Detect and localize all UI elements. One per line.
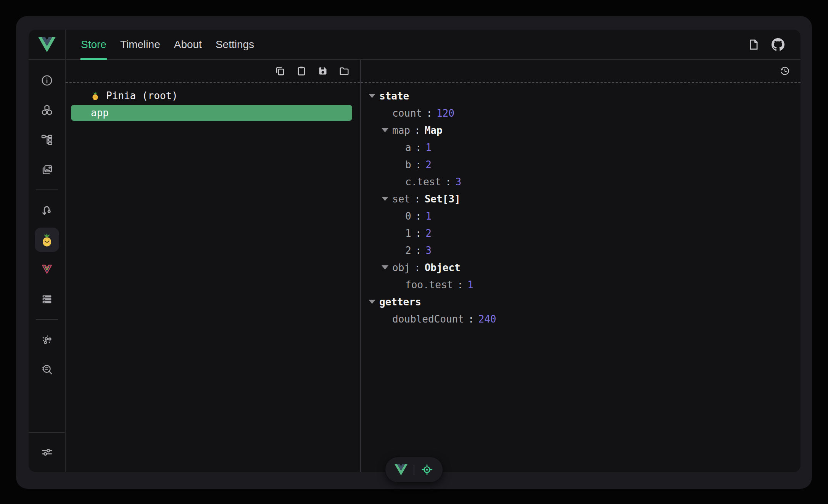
key-value-separator: : — [457, 279, 463, 291]
paste-button[interactable] — [296, 65, 307, 77]
state-key: a — [405, 142, 411, 153]
state-key: count — [392, 108, 422, 119]
tab-about[interactable]: About — [167, 30, 209, 59]
store-root-node[interactable]: Pinia (root) — [66, 87, 360, 104]
info-icon — [40, 74, 53, 87]
key-value-separator: : — [416, 210, 422, 222]
sidebar-divider — [36, 319, 58, 320]
state-value: 1 — [425, 210, 432, 222]
state-tree-row[interactable]: foo.test:1 — [361, 276, 801, 293]
tab-label: Store — [81, 39, 106, 51]
vue-plugin-icon — [40, 263, 53, 276]
sidebar-item-components[interactable] — [35, 98, 59, 122]
state-tree: statecount:120map:Mapa:1b:2c.test:3set:S… — [361, 83, 801, 327]
sidebar-bottom-section — [29, 432, 65, 472]
state-tree-row[interactable]: c.test:3 — [361, 173, 801, 190]
state-tree-row[interactable]: doubledCount:240 — [361, 310, 801, 327]
state-key: 2 — [405, 245, 411, 256]
header: StoreTimelineAboutSettings — [66, 30, 801, 60]
save-button[interactable] — [317, 65, 329, 77]
graph-icon — [40, 333, 53, 346]
state-key: state — [379, 90, 409, 102]
state-tree-row[interactable]: 2:3 — [361, 242, 801, 259]
devtools-window: StoreTimelineAboutSettings Pinia (root)a… — [29, 30, 801, 472]
tab-label: Settings — [216, 39, 254, 51]
state-tree-row[interactable]: set:Set[3] — [361, 190, 801, 207]
store-list-panel: Pinia (root)app — [66, 60, 361, 472]
tab-store[interactable]: Store — [74, 30, 113, 59]
state-tree-row[interactable]: state — [361, 87, 801, 104]
state-value: 2 — [425, 228, 432, 239]
components-icon — [40, 104, 53, 117]
sidebar-item-router[interactable] — [35, 198, 59, 222]
state-value: 2 — [425, 159, 432, 170]
store-item[interactable]: app — [71, 105, 352, 121]
tab-timeline[interactable]: Timeline — [113, 30, 167, 59]
state-key: b — [405, 159, 411, 170]
key-value-separator: : — [416, 228, 422, 239]
key-value-separator: : — [445, 176, 451, 188]
list-icon — [40, 293, 53, 306]
sidebar-item-pages[interactable] — [35, 128, 59, 152]
history-icon — [779, 65, 791, 77]
state-tree-row[interactable]: b:2 — [361, 156, 801, 173]
state-key: 1 — [405, 228, 411, 239]
open-button[interactable] — [338, 65, 350, 77]
pill-divider — [414, 465, 414, 475]
vue-logo — [29, 30, 66, 60]
state-value: 3 — [456, 176, 462, 188]
history-button[interactable] — [779, 65, 791, 77]
collapse-caret-icon[interactable] — [369, 94, 379, 98]
sidebar-item-overview[interactable] — [35, 68, 59, 93]
screen: StoreTimelineAboutSettings Pinia (root)a… — [0, 0, 828, 504]
sidebar-item-inspector[interactable] — [35, 357, 59, 382]
state-key: obj — [392, 262, 410, 273]
collapse-caret-icon[interactable] — [369, 300, 379, 304]
inspector-search-icon — [40, 363, 53, 376]
key-value-separator: : — [414, 262, 420, 273]
key-value-separator: : — [414, 193, 420, 205]
pinia-pineapple-icon — [39, 232, 55, 248]
header-action-docs[interactable] — [747, 38, 760, 51]
collapse-caret-icon[interactable] — [382, 197, 392, 201]
tab-label: About — [174, 39, 202, 51]
sidebar-item-list[interactable] — [35, 287, 59, 311]
copy-button[interactable] — [274, 65, 286, 77]
sidebar-item-graph[interactable] — [35, 327, 59, 352]
header-action-github[interactable] — [772, 38, 785, 51]
state-key: doubledCount — [392, 313, 464, 325]
state-tree-row[interactable]: 0:1 — [361, 207, 801, 225]
pill-vue-home-button[interactable] — [395, 464, 408, 476]
sidebar — [29, 60, 66, 472]
sidebar-item-pinia[interactable] — [35, 228, 59, 252]
collapse-caret-icon[interactable] — [382, 128, 392, 132]
state-tree-row[interactable]: getters — [361, 293, 801, 310]
vue-logo-icon — [38, 37, 56, 52]
collapse-caret-icon[interactable] — [382, 265, 392, 270]
tab-settings[interactable]: Settings — [209, 30, 261, 59]
vue-logo-icon — [395, 464, 408, 476]
key-value-separator: : — [416, 245, 422, 256]
target-icon — [420, 464, 433, 476]
state-value: 120 — [437, 108, 454, 119]
pill-component-inspector-button[interactable] — [420, 464, 433, 476]
content: Pinia (root)app statecount:120map:Mapa:1… — [66, 60, 801, 472]
tab-bar: StoreTimelineAboutSettings — [74, 30, 261, 59]
state-tree-row[interactable]: map:Map — [361, 122, 801, 139]
sidebar-item-devtools-settings[interactable] — [35, 440, 59, 464]
sidebar-item-vue-plugin[interactable] — [35, 257, 59, 282]
state-tree-row[interactable]: a:1 — [361, 139, 801, 156]
state-value: 1 — [425, 142, 432, 153]
store-list-toolbar — [66, 60, 360, 83]
store-root-label: Pinia (root) — [106, 90, 178, 101]
state-tree-row[interactable]: 1:2 — [361, 225, 801, 242]
state-key: getters — [379, 296, 421, 308]
sidebar-item-assets[interactable] — [35, 157, 59, 182]
paste-icon — [296, 65, 307, 77]
state-tree-row[interactable]: obj:Object — [361, 259, 801, 276]
state-value: 3 — [425, 245, 432, 256]
save-icon — [317, 65, 329, 77]
settings-sliders-icon — [40, 446, 53, 459]
key-value-separator: : — [414, 125, 420, 136]
state-tree-row[interactable]: count:120 — [361, 104, 801, 122]
